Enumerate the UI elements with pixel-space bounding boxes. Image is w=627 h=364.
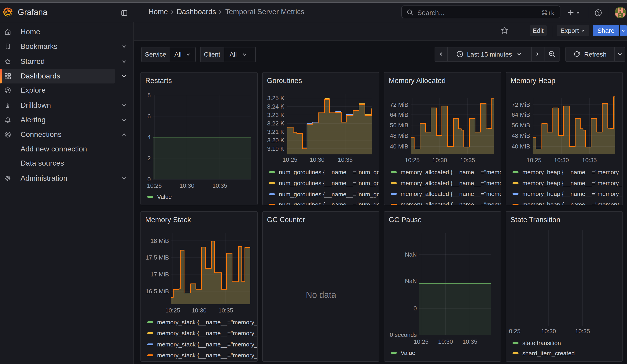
svg-text:NaN: NaN	[405, 251, 417, 258]
svg-text:72 MiB: 72 MiB	[390, 101, 408, 108]
svg-text:memory_allocated {__name__="me: memory_allocated {__name__="memo	[400, 179, 500, 186]
svg-text:0: 0	[413, 305, 417, 312]
svg-text:72 MiB: 72 MiB	[511, 101, 530, 108]
svg-text:0:25: 0:25	[509, 328, 520, 335]
svg-text:num_goroutines {__name__="num_: num_goroutines {__name__="num_go	[279, 168, 379, 175]
svg-text:NaN: NaN	[405, 278, 417, 284]
svg-text:memory_allocated {__name__="me: memory_allocated {__name__="memo	[400, 201, 500, 205]
svg-text:memory_stack {__name__="memory: memory_stack {__name__="memory_s	[157, 330, 257, 337]
svg-text:num_goroutines {__name__="num_: num_goroutines {__name__="num_go	[279, 201, 379, 205]
svg-text:10:25: 10:25	[282, 156, 297, 163]
svg-text:4: 4	[147, 133, 151, 140]
svg-text:6: 6	[147, 113, 151, 119]
svg-text:memory_stack {__name__="memory: memory_stack {__name__="memory_s	[157, 341, 257, 348]
svg-text:10:35: 10:35	[460, 156, 475, 163]
svg-text:memory_allocated {__name__="me: memory_allocated {__name__="memo	[400, 190, 500, 197]
svg-text:memory_allocated {__name__="me: memory_allocated {__name__="memo	[400, 168, 500, 175]
svg-text:10:35: 10:35	[582, 156, 596, 163]
svg-text:10:25: 10:25	[526, 156, 541, 163]
svg-text:3.24 K: 3.24 K	[267, 103, 284, 110]
svg-text:0 seconds: 0 seconds	[389, 331, 417, 338]
svg-text:memory_heap {__name__="memory_: memory_heap {__name__="memory_h	[522, 201, 622, 205]
svg-text:10:30: 10:30	[554, 156, 569, 163]
svg-text:10:30: 10:30	[432, 156, 447, 163]
svg-text:num_goroutines {__name__="num_: num_goroutines {__name__="num_go	[279, 191, 379, 198]
svg-text:shard_item_created: shard_item_created	[522, 350, 575, 357]
svg-text:16.5 MiB: 16.5 MiB	[145, 288, 169, 295]
svg-text:17.5 MiB: 17.5 MiB	[145, 254, 169, 261]
svg-text:0: 0	[147, 176, 151, 182]
svg-text:18 MiB: 18 MiB	[150, 237, 169, 244]
svg-text:8: 8	[147, 92, 151, 98]
svg-text:10:30: 10:30	[541, 328, 556, 335]
svg-text:memory_heap {__name__="memory_: memory_heap {__name__="memory_h	[522, 190, 622, 197]
svg-text:10:35: 10:35	[212, 182, 227, 189]
svg-text:3.19 K: 3.19 K	[267, 145, 284, 152]
svg-text:3.25 K: 3.25 K	[267, 95, 284, 101]
svg-text:Value: Value	[400, 349, 415, 356]
svg-text:10:30: 10:30	[179, 182, 194, 189]
svg-text:10:30: 10:30	[438, 338, 453, 345]
svg-text:3.23 K: 3.23 K	[267, 111, 284, 118]
svg-text:3.21 K: 3.21 K	[267, 128, 284, 135]
svg-text:num_goroutines {__name__="num_: num_goroutines {__name__="num_go	[279, 179, 379, 186]
svg-text:3.20 K: 3.20 K	[267, 137, 284, 144]
svg-text:state transition: state transition	[522, 340, 561, 346]
svg-text:40 MiB: 40 MiB	[511, 143, 530, 150]
svg-text:56 MiB: 56 MiB	[390, 122, 408, 128]
svg-text:3.22 K: 3.22 K	[267, 120, 284, 127]
svg-text:10:25: 10:25	[165, 307, 180, 314]
svg-text:56 MiB: 56 MiB	[511, 122, 530, 128]
svg-text:10:25: 10:25	[405, 156, 419, 163]
svg-text:memory_heap {__name__="memory_: memory_heap {__name__="memory_h	[522, 168, 622, 175]
svg-text:10:25: 10:25	[147, 182, 161, 189]
svg-text:memory_heap {__name__="memory_: memory_heap {__name__="memory_h	[522, 179, 622, 186]
svg-text:64 MiB: 64 MiB	[390, 111, 408, 118]
svg-text:10:30: 10:30	[310, 156, 324, 163]
svg-text:64 MiB: 64 MiB	[511, 111, 530, 118]
svg-text:40 MiB: 40 MiB	[390, 143, 408, 150]
svg-text:10:35: 10:35	[462, 338, 477, 345]
svg-text:2: 2	[147, 155, 151, 161]
svg-text:17 MiB: 17 MiB	[150, 271, 169, 278]
svg-text:memory_stack {__name__="memory: memory_stack {__name__="memory_s	[157, 319, 257, 326]
svg-text:10:30: 10:30	[192, 307, 206, 314]
svg-text:10:35: 10:35	[338, 156, 353, 163]
svg-text:48 MiB: 48 MiB	[390, 132, 408, 139]
svg-text:10:35: 10:35	[575, 328, 590, 335]
svg-text:10:25: 10:25	[413, 338, 428, 345]
svg-text:Value: Value	[157, 193, 172, 200]
svg-text:memory_stack {__name__="memory: memory_stack {__name__="memory_s	[157, 352, 257, 359]
svg-text:48 MiB: 48 MiB	[511, 132, 530, 139]
svg-text:10:35: 10:35	[218, 307, 233, 314]
